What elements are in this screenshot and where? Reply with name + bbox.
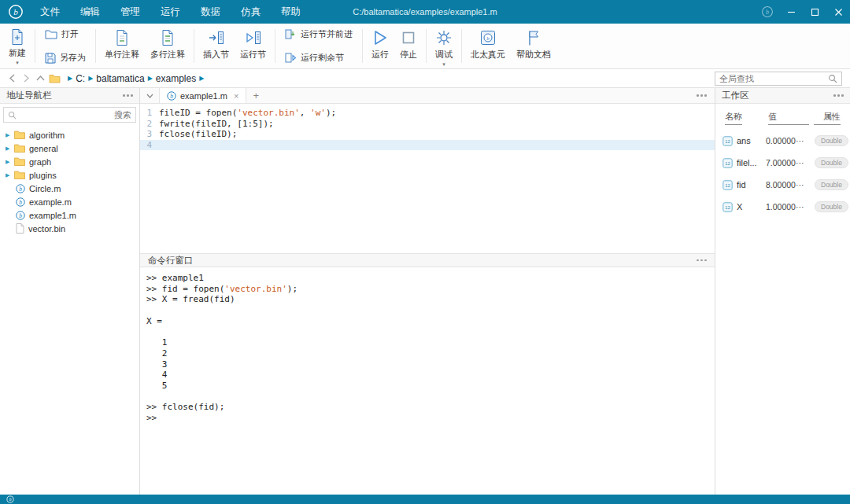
column-header-attr[interactable]: 属性 [814, 111, 841, 125]
expand-arrow-icon[interactable]: ▶ [6, 145, 14, 152]
tree-item-label: example.m [29, 197, 72, 207]
command-window-header: 命令行窗口 [140, 253, 715, 267]
panel-menu-icon[interactable] [833, 94, 844, 97]
svg-text:b: b [766, 9, 769, 16]
line-number: 1 [140, 108, 159, 119]
column-header-value[interactable]: 值 [768, 111, 809, 125]
menu-item-2[interactable]: 编辑 [70, 0, 110, 24]
stop-button-label: 停止 [400, 49, 417, 61]
column-header-name[interactable]: 名称 [725, 111, 742, 125]
titlebar: b 文件编辑管理运行数据仿真帮助 C:/baltamatica/examples… [0, 0, 850, 24]
tree-item-label: graph [29, 157, 51, 167]
command-line: 5 [146, 381, 715, 392]
menu-item-7[interactable]: 帮助 [271, 0, 311, 24]
editor-line[interactable]: 3fclose(fileID); [140, 129, 715, 140]
command-line: X = [146, 316, 715, 327]
svg-text:12: 12 [725, 139, 730, 144]
editor-tab-example1[interactable]: b example1.m × [159, 88, 246, 103]
tree-item-vector-bin[interactable]: vector.bin [0, 222, 139, 235]
single-line-comment-button[interactable]: 单行注释 [99, 26, 145, 66]
folder-icon [14, 131, 25, 139]
editor-panel: b example1.m × + 1fileID = fopen('vector… [140, 88, 715, 495]
workspace-header: 工作区 [715, 88, 850, 104]
stop-button[interactable]: 停止 [394, 26, 423, 66]
command-line: 2 [146, 348, 715, 359]
editor-line[interactable]: 4 [140, 140, 715, 151]
panel-menu-icon[interactable] [697, 259, 707, 262]
save-as-button[interactable]: 另存为 [42, 48, 89, 68]
run-section-icon [245, 28, 262, 47]
menu-item-6[interactable]: 仿真 [231, 0, 271, 24]
menu-item-4[interactable]: 运行 [150, 0, 190, 24]
tree-item-graph[interactable]: ▶graph [0, 155, 139, 168]
help-docs-label: 帮助文档 [516, 49, 551, 61]
breadcrumb-segment[interactable]: C: [76, 73, 85, 84]
run-button[interactable]: 运行 [366, 26, 394, 66]
window-controls: b [756, 0, 850, 24]
tab-list-chevron-icon[interactable] [140, 88, 159, 103]
help-docs-button[interactable]: 帮助文档 [511, 26, 556, 66]
close-button[interactable] [826, 0, 850, 24]
menu-item-3[interactable]: 管理 [110, 0, 150, 24]
menu-item-1[interactable]: 文件 [30, 0, 70, 24]
editor-line[interactable]: 1fileID = fopen('vector.bin', 'w'); [140, 108, 715, 119]
run-icon [371, 28, 389, 47]
back-button[interactable] [5, 72, 19, 86]
new-button[interactable]: 新建 ▾ [3, 26, 31, 66]
command-line: >> fclose(fid); [146, 402, 715, 413]
command-line: >> example1 [146, 273, 715, 284]
tree-item-example1-m[interactable]: bexample1.m [0, 208, 139, 222]
run-section-button[interactable]: 运行节 [235, 26, 272, 66]
toolbar-separator [362, 29, 363, 63]
new-tab-button[interactable]: + [246, 88, 265, 103]
up-button[interactable] [33, 72, 47, 86]
expand-arrow-icon[interactable]: ▶ [6, 132, 14, 138]
workspace-panel: 工作区 名称 值 属性 12ans0.00000···Double12filel… [715, 88, 850, 495]
tree-item-circle-m[interactable]: bCircle.m [0, 182, 139, 195]
nav-panel-header: 地址导航栏 [0, 88, 139, 104]
forward-button[interactable] [19, 72, 33, 86]
menu-item-5[interactable]: 数据 [190, 0, 231, 24]
search-icon [828, 74, 837, 83]
svg-text:b: b [170, 92, 173, 99]
variable-type-icon: 12 [722, 136, 733, 146]
insert-section-button[interactable]: 插入节 [198, 26, 235, 66]
breadcrumb-separator-icon: ▶ [88, 75, 93, 82]
tab-close-icon[interactable]: × [234, 91, 238, 101]
tree-item-general[interactable]: ▶general [0, 142, 139, 155]
code-editor[interactable]: 1fileID = fopen('vector.bin', 'w');2fwri… [140, 104, 715, 253]
panel-menu-icon[interactable] [123, 94, 133, 97]
variable-name: 12fid [722, 180, 766, 190]
sidebar-search-input[interactable] [20, 110, 131, 120]
single-comment-icon [114, 28, 130, 47]
run-remaining-button[interactable]: 运行剩余节 [282, 48, 356, 68]
line-number: 2 [140, 119, 159, 130]
baltam-engine-button[interactable]: b 北太真元 [465, 26, 511, 66]
run-remaining-icon [285, 49, 297, 68]
workspace-row-filel-[interactable]: 12filel...7.00000···Double [715, 152, 850, 174]
editor-panel-menu[interactable] [697, 88, 715, 103]
multi-line-comment-button[interactable]: 多行注释 [145, 26, 190, 66]
open-button[interactable]: 打开 [42, 24, 89, 45]
workspace-row-x[interactable]: 12X1.00000···Double [715, 196, 850, 218]
file-tree: ▶algorithm▶general▶graph▶pluginsbCircle.… [0, 126, 139, 495]
expand-arrow-icon[interactable]: ▶ [6, 172, 14, 178]
editor-line[interactable]: 2fwrite(fileID, [1:5]); [140, 119, 715, 130]
workspace-row-fid[interactable]: 12fid8.00000···Double [715, 174, 850, 196]
command-window[interactable]: >> example1>> fid = fopen('vector.bin');… [140, 267, 715, 495]
run-section-advance-button[interactable]: 运行节并前进 [282, 24, 356, 45]
tree-item-algorithm[interactable]: ▶algorithm [0, 128, 139, 142]
variable-name: 12X [722, 202, 766, 212]
debug-button[interactable]: 调试 ▾ [430, 26, 458, 66]
workspace-row-ans[interactable]: 12ans0.00000···Double [715, 130, 850, 152]
open-folder-icon [45, 25, 57, 44]
chevron-down-icon: ▾ [16, 60, 19, 65]
tree-item-example-m[interactable]: bexample.m [0, 195, 139, 208]
tree-item-plugins[interactable]: ▶plugins [0, 168, 139, 182]
expand-arrow-icon[interactable]: ▶ [6, 159, 14, 165]
breadcrumb-segment[interactable]: examples [156, 73, 196, 84]
global-search-input[interactable] [719, 74, 828, 83]
minimize-button[interactable] [779, 0, 803, 24]
maximize-button[interactable] [803, 0, 826, 24]
breadcrumb-segment[interactable]: baltamatica [96, 73, 144, 84]
